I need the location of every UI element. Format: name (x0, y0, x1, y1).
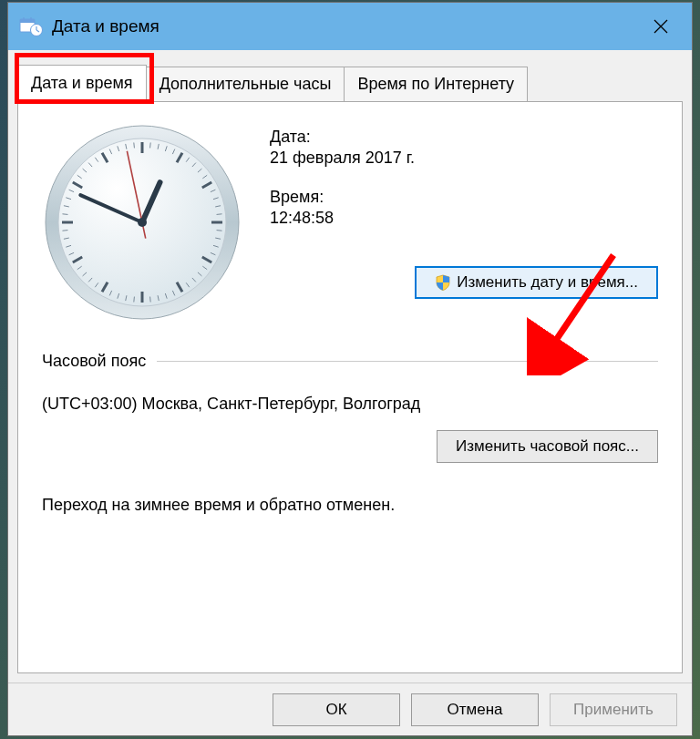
button-label: Изменить часовой пояс... (456, 437, 639, 456)
time-value: 12:48:58 (270, 209, 658, 228)
tab-internet-time[interactable]: Время по Интернету (344, 67, 528, 101)
change-timezone-button[interactable]: Изменить часовой пояс... (437, 430, 658, 463)
button-label: ОК (325, 701, 346, 719)
titlebar[interactable]: Дата и время (8, 3, 692, 50)
date-value: 21 февраля 2017 г. (270, 149, 658, 168)
dialog-footer: ОК Отмена Применить (8, 683, 692, 735)
tab-label: Время по Интернету (357, 75, 514, 94)
change-date-time-button[interactable]: Изменить дату и время... (415, 266, 658, 299)
timezone-label: Часовой пояс (42, 352, 146, 371)
date-label: Дата: (270, 128, 658, 147)
shield-icon (435, 274, 451, 291)
svg-line-47 (134, 297, 135, 303)
window-title: Дата и время (52, 16, 639, 36)
timezone-section-header: Часовой пояс (42, 352, 658, 371)
apply-button[interactable]: Применить (550, 693, 677, 726)
button-label: Применить (573, 701, 654, 719)
ok-button[interactable]: ОК (273, 693, 400, 726)
divider (157, 361, 658, 362)
date-time-dialog: Дата и время Дата и время Дополнительные… (7, 2, 693, 736)
svg-point-74 (138, 218, 147, 227)
button-label: Отмена (448, 701, 503, 719)
timezone-value: (UTC+03:00) Москва, Санкт-Петербург, Вол… (42, 395, 658, 414)
calendar-clock-icon (19, 15, 43, 38)
svg-line-59 (62, 214, 67, 215)
button-label: Изменить дату и время... (457, 273, 638, 292)
svg-line-58 (62, 231, 67, 231)
svg-line-70 (134, 142, 135, 148)
datetime-info: Дата: 21 февраля 2017 г. Время: 12:48:58… (270, 122, 658, 323)
tab-label: Дополнительные часы (160, 75, 332, 94)
svg-line-34 (217, 214, 222, 215)
time-label: Время: (270, 188, 658, 207)
svg-line-23 (150, 142, 151, 148)
analog-clock (42, 122, 242, 323)
svg-line-35 (217, 231, 222, 231)
tab-content: Дата: 21 февраля 2017 г. Время: 12:48:58… (17, 101, 683, 673)
cancel-button[interactable]: Отмена (411, 693, 539, 726)
svg-rect-1 (20, 19, 35, 23)
tabstrip: Дата и время Дополнительные часы Время п… (8, 50, 692, 101)
datetime-section: Дата: 21 февраля 2017 г. Время: 12:48:58… (42, 122, 658, 323)
tab-date-time[interactable]: Дата и время (17, 65, 147, 101)
tab-label: Дата и время (31, 74, 133, 93)
dst-note: Переход на зимнее время и обратно отмене… (42, 496, 658, 515)
close-button[interactable] (639, 6, 683, 46)
svg-line-46 (150, 297, 151, 303)
tab-additional-clocks[interactable]: Дополнительные часы (146, 67, 345, 101)
